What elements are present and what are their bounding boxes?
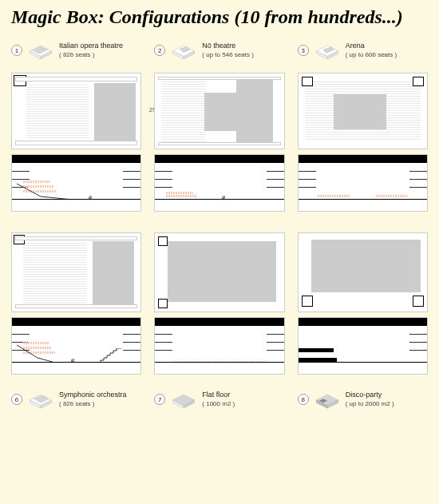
axo-icon: [170, 38, 197, 62]
config-capacity: ( up to 606 seats ): [346, 51, 397, 59]
config-number-badge: 1: [11, 45, 22, 56]
plan-disco: [298, 232, 428, 312]
config-capacity: ( up to 546 seats ): [202, 51, 253, 59]
section-disco: [298, 317, 428, 375]
config-name: Italian opera theatre: [59, 42, 123, 50]
config-footer-7: 7 Flat floor ( 1000 m2 ): [154, 379, 284, 419]
section-flat-floor: [154, 317, 284, 375]
config-name: Disco-party: [346, 391, 394, 399]
config-header-3: 3 Arena ( up to 606 seats ): [298, 33, 428, 68]
config-header-2: 2 Nō theatre ( up to 546 seats ): [154, 33, 284, 68]
axo-icon: [314, 38, 341, 62]
axo-icon: [314, 387, 341, 411]
page-title: Magic Box: Configurations (10 from hundr…: [0, 0, 439, 31]
config-name: Nō theatre: [202, 42, 253, 50]
config-number-badge: 3: [298, 45, 309, 56]
config-name: Flat floor: [202, 391, 235, 399]
plan-no-theatre: [154, 73, 284, 149]
section-italian-opera: ⌀ 20m: [11, 154, 141, 212]
section-arena: [298, 154, 428, 212]
config-number-badge: 6: [11, 394, 22, 405]
section-no-theatre: ⌀: [154, 154, 284, 212]
plan-italian-opera: 40m 25m: [11, 73, 141, 149]
config-name: Symphonic orchestra: [59, 391, 127, 399]
axo-icon: [27, 38, 54, 62]
config-number-badge: 8: [298, 394, 309, 405]
config-capacity: ( 826 seats ): [59, 51, 123, 59]
config-number-badge: 7: [154, 394, 165, 405]
config-capacity: ( 1000 m2 ): [202, 400, 235, 408]
plan-arena: [298, 73, 428, 149]
section-symphonic: ⌀: [11, 317, 141, 375]
plan-symphonic: [11, 232, 141, 312]
axo-icon: [170, 387, 197, 411]
config-header-1: 1 Italian opera theatre ( 826 seats ): [11, 33, 141, 68]
config-number-badge: 2: [154, 45, 165, 56]
config-footer-6: 6 Symphonic orchestra ( 826 seats ): [11, 379, 141, 419]
configurations-grid: 1 Italian opera theatre ( 826 seats ) 2 …: [0, 31, 439, 419]
config-name: Arena: [346, 42, 397, 50]
plan-flat-floor: [154, 232, 284, 312]
axo-icon: [27, 387, 54, 411]
config-capacity: ( 826 seats ): [59, 400, 127, 408]
config-footer-8: 8 Disco-party ( up to 2000 m2 ): [298, 379, 428, 419]
config-capacity: ( up to 2000 m2 ): [346, 400, 394, 408]
